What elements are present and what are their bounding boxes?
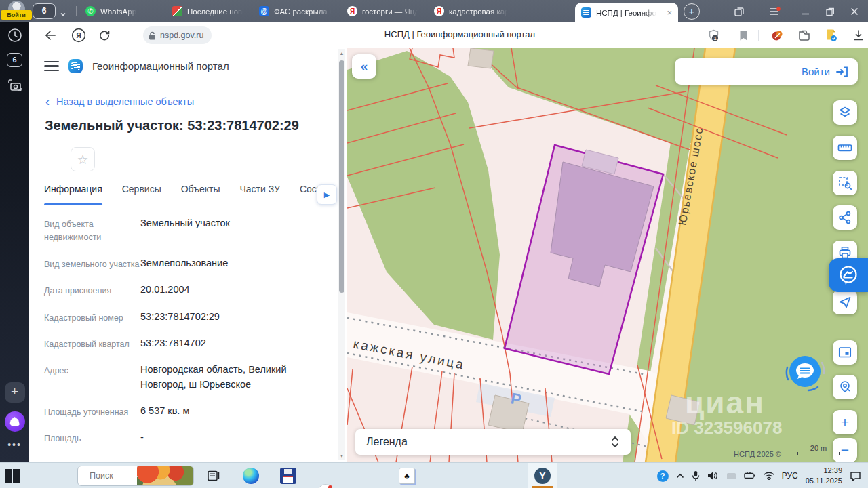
chevron-left-icon: ‹ [45,96,50,108]
tab-fas[interactable]: @ ФАС раскрыла кар [254,0,336,22]
yandex-browser-active[interactable]: Y [528,463,557,488]
taskbar-search[interactable] [77,466,194,486]
back-button[interactable] [43,28,58,43]
tab-objects[interactable]: Объекты [181,184,220,205]
browser-login-badge[interactable]: Войти [1,10,32,20]
divider [758,30,759,41]
close-tab-icon[interactable]: × [667,8,672,17]
support-chat-button[interactable] [783,349,827,394]
tab-gostorgi[interactable]: Я госторги — Яндек [342,0,423,22]
back-to-selected-link[interactable]: ‹ Назад в выделенные объекты [45,96,194,108]
field-row: Площадь уточненная 6 537 кв. м [44,404,336,419]
chevron-down-icon[interactable] [60,8,66,15]
expand-collapse-icon[interactable] [610,435,620,449]
hidden-icons-chevron[interactable] [676,473,684,479]
page-title: НСПД | Геоинформационный портал [300,29,619,39]
rail-more-icon[interactable]: ••• [0,439,29,450]
protect-shield-icon[interactable]: 1 [706,28,721,43]
system-tray: ? РУС 12:39 05.11.2025 [657,463,868,488]
measure-button[interactable] [833,136,857,160]
field-row: Кадастровый номер 53:23:7814702:29 [44,310,336,325]
map-callout-button[interactable] [829,258,868,292]
speaker-icon[interactable] [707,471,719,481]
panel-header: Геоинформационный портал [44,59,229,73]
language-indicator[interactable]: РУС [782,471,798,481]
scroll-down-arrow[interactable]: ▼ [338,453,345,458]
window-stack-icon[interactable] [732,5,746,18]
select-area-icon [838,176,852,190]
alice-assistant-icon[interactable] [0,411,29,432]
whatsapp-icon: ✆ [85,6,96,16]
extension-tabs-icon[interactable] [797,28,812,43]
address-bar: Я nspd.gov.ru НСПД | Геоинформационный п… [29,22,868,48]
svg-text:Я: Я [76,32,81,39]
taskview-button[interactable] [205,468,222,484]
panel-collapse-button[interactable]: « [352,54,376,79]
floppy-app-icon[interactable] [280,468,296,484]
map-canvas[interactable]: кажская улица Юрьевское шосс P « Войти [347,48,868,462]
locate-object-button[interactable] [833,375,857,399]
share-button[interactable] [833,205,857,230]
favorite-star-button[interactable]: ☆ [71,147,95,171]
solitaire-icon[interactable]: ♠ [399,468,415,484]
minimize-button[interactable] [799,5,812,18]
download-icon[interactable] [851,28,866,43]
rail-tab-counter[interactable]: 6 [0,53,29,67]
scrollbar-thumb[interactable] [339,60,344,293]
search-input[interactable] [90,471,137,481]
new-tab-button[interactable]: + [684,3,700,20]
map-login-button[interactable]: Войти [675,58,858,85]
tab-services[interactable]: Сервисы [122,184,161,205]
nspd-favicon [581,7,591,18]
history-icon[interactable] [0,28,29,43]
browser-side-rail: 6 + ••• [0,22,29,462]
refresh-icon[interactable] [97,28,112,43]
menu-icon[interactable] [44,61,59,72]
layers-icon [838,106,852,119]
restore-button[interactable] [823,5,837,18]
tab-nspd-active[interactable]: НСПД | Геоинфо × [575,3,678,22]
tabs-overflow-button[interactable]: ▶ [317,184,337,205]
bookmark-icon[interactable] [736,28,751,43]
tab-whatsapp[interactable]: ✆ WhatsApp [80,0,161,22]
search-highlight-image[interactable] [137,466,194,486]
notification-center-icon[interactable] [850,471,861,481]
legend-bar[interactable]: Легенда [355,429,631,455]
start-button[interactable] [5,469,20,483]
rail-add-button[interactable]: + [0,382,29,403]
c-app-icon[interactable]: C [317,484,334,488]
overview-map-button[interactable] [833,340,857,365]
battery-icon[interactable] [744,472,756,480]
tab-kadastr[interactable]: Я кадастровая карта [429,0,513,22]
panel-scrollbar[interactable]: ▲ ▼ [338,49,345,460]
screenshot-icon[interactable] [0,78,29,93]
scroll-up-arrow[interactable]: ▲ [338,51,345,56]
faded-tray-icon[interactable] [726,472,736,481]
taskview-icon [207,470,220,482]
area-search-button[interactable] [833,171,857,195]
zoom-in-button[interactable]: + [833,410,857,434]
share-icon [838,211,852,224]
tray-clock[interactable]: 12:39 05.11.2025 [806,466,842,486]
mail-at-icon: @ [259,6,269,16]
help-tray-icon[interactable]: ? [657,470,669,482]
wifi-icon[interactable] [764,472,774,480]
layers-button[interactable] [833,100,857,125]
yandex-services-icon[interactable]: Я [71,28,86,43]
divider [44,205,342,205]
tab-information[interactable]: Информация [44,184,102,205]
browser-menu-icon[interactable] [768,5,782,18]
extension-notes-icon[interactable] [824,28,839,43]
url-field[interactable]: nspd.gov.ru [143,26,212,44]
edge-icon[interactable] [243,468,259,484]
navigate-button[interactable] [833,290,857,314]
tab-counter[interactable]: 6 [33,3,56,19]
panel-tabs: Информация Сервисы Объекты Части ЗУ Сост… [44,184,342,205]
close-window-button[interactable] [848,5,861,18]
yandex-browser-icon: Y [534,468,551,484]
parcel-title: Земельный участок: 53:23:7814702:29 [45,118,299,134]
microphone-icon[interactable] [692,470,700,481]
tab-parts[interactable]: Части ЗУ [239,184,279,205]
tab-news[interactable]: Последние новост [167,0,248,22]
extension-adguard-icon[interactable] [770,28,785,43]
